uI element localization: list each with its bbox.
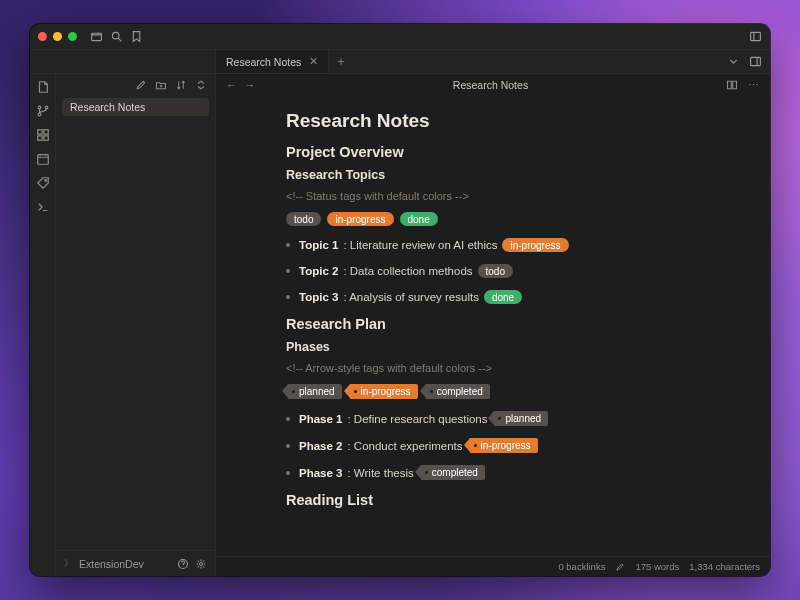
editor-topbar: ← → Research Notes ⋯ [216,74,770,96]
char-count[interactable]: 1,334 characters [689,561,760,572]
tab-dropdown-icon[interactable] [726,55,740,69]
nav-forward-icon[interactable]: → [245,79,256,91]
panel-toggle-icon[interactable] [748,30,762,44]
editor-pane: ← → Research Notes ⋯ Research Notes Proj… [216,74,770,576]
tab-research-notes[interactable]: Research Notes ✕ [216,50,329,73]
svg-point-6 [45,106,48,109]
list-item: Topic 2: Data collection methods todo [286,264,744,278]
svg-rect-2 [750,32,760,40]
sidebar-footer: 〉 ExtensionDev [56,550,215,576]
svg-rect-7 [37,130,41,134]
chevron-right-icon[interactable]: 〉 [64,557,73,570]
nav-back-icon[interactable]: ← [226,79,237,91]
help-icon[interactable] [177,558,189,570]
tag-rail-icon[interactable] [36,176,50,190]
svg-point-1 [112,32,119,39]
collapse-icon[interactable] [195,79,207,91]
backlinks-count[interactable]: 0 backlinks [558,561,605,572]
document-content[interactable]: Research Notes Project Overview Research… [216,96,770,556]
sidebar-toolbar [56,74,215,96]
tag-done[interactable]: done [400,212,438,226]
new-file-icon[interactable] [36,80,50,94]
word-count[interactable]: 175 words [635,561,679,572]
svg-rect-9 [37,136,41,140]
status-tags-row: todo in-progress done [286,212,744,226]
arrow-tags-row: planned in-progress completed [286,384,744,399]
topics-list: Topic 1: Literature review on AI ethics … [286,238,744,304]
tag-todo[interactable]: todo [478,264,513,278]
svg-rect-10 [43,136,47,140]
calendar-icon[interactable] [36,152,50,166]
svg-point-4 [38,106,41,109]
tag-todo[interactable]: todo [286,212,321,226]
file-sidebar: Research Notes 〉 ExtensionDev [56,74,216,576]
list-item: Phase 3: Write thesis completed [286,465,744,480]
activity-rail [30,74,56,576]
titlebar [30,24,770,50]
bookmark-icon[interactable] [129,30,143,44]
workspace-name[interactable]: ExtensionDev [79,558,144,570]
svg-point-14 [200,562,203,565]
git-branch-icon[interactable] [36,104,50,118]
svg-point-5 [38,113,41,116]
sidebar-folder-icon[interactable] [89,30,103,44]
zoom-window-button[interactable] [68,32,77,41]
traffic-lights [38,32,77,41]
reading-h2: Reading List [286,492,744,508]
atag-planned[interactable]: planned [494,411,548,426]
tag-in-progress[interactable]: in-progress [502,238,568,252]
atag-in-progress[interactable]: in-progress [470,438,538,453]
overview-h2: Project Overview [286,144,744,160]
svg-rect-3 [750,57,760,65]
svg-point-12 [44,180,46,182]
tab-label: Research Notes [226,56,301,68]
grid-icon[interactable] [36,128,50,142]
tag-done[interactable]: done [484,290,522,304]
topics-comment: <!-- Status tags with default colors --> [286,190,744,202]
atag-in-progress[interactable]: in-progress [350,384,418,399]
settings-gear-icon[interactable] [195,558,207,570]
search-icon[interactable] [109,30,123,44]
list-item: Phase 1: Define research questions plann… [286,411,744,426]
doc-h1: Research Notes [286,110,744,132]
right-panel-icon[interactable] [748,55,762,69]
terminal-icon[interactable] [36,200,50,214]
new-tab-button[interactable]: ＋ [329,50,353,73]
svg-rect-8 [43,130,47,134]
new-folder-icon[interactable] [155,79,167,91]
topics-h3: Research Topics [286,168,744,182]
reading-mode-icon[interactable] [726,79,738,91]
compose-icon[interactable] [135,79,147,91]
sort-icon[interactable] [175,79,187,91]
phases-list: Phase 1: Define research questions plann… [286,411,744,480]
close-window-button[interactable] [38,32,47,41]
svg-rect-11 [37,155,48,165]
minimize-window-button[interactable] [53,32,62,41]
plan-h2: Research Plan [286,316,744,332]
breadcrumb: Research Notes [265,79,716,91]
list-item: Topic 3: Analysis of survey results done [286,290,744,304]
more-menu-icon[interactable]: ⋯ [748,79,760,91]
status-bar: 0 backlinks 175 words 1,334 characters [216,556,770,576]
pen-icon[interactable] [615,562,625,572]
list-item: Phase 2: Conduct experiments in-progress [286,438,744,453]
tag-in-progress[interactable]: in-progress [327,212,393,226]
atag-planned[interactable]: planned [288,384,342,399]
atag-completed[interactable]: completed [426,384,490,399]
close-tab-icon[interactable]: ✕ [309,55,318,68]
tab-strip: Research Notes ✕ ＋ [30,50,770,74]
sidebar-item-research-notes[interactable]: Research Notes [62,98,209,116]
phases-comment: <!-- Arrow-style tags with default color… [286,362,744,374]
list-item: Topic 1: Literature review on AI ethics … [286,238,744,252]
atag-completed[interactable]: completed [421,465,485,480]
app-window: Research Notes ✕ ＋ Research Notes [30,24,770,576]
phases-h3: Phases [286,340,744,354]
